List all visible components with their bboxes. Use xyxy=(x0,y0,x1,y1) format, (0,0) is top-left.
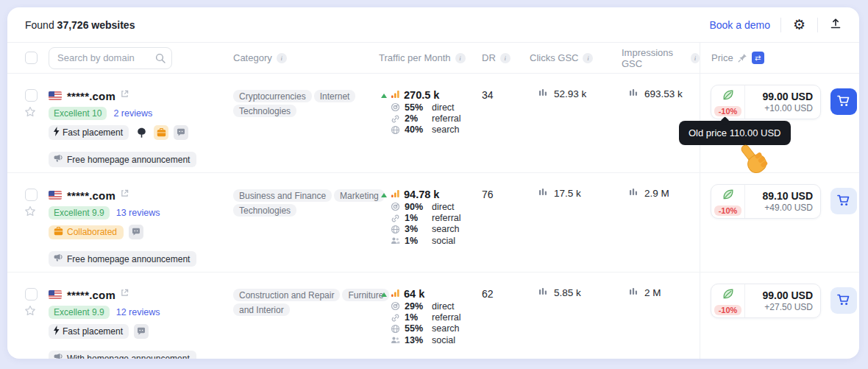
category-pill: Business and Finance xyxy=(233,189,332,202)
reviews-link[interactable]: 13 reviews xyxy=(116,208,160,218)
discount-badge[interactable]: -10% xyxy=(714,106,742,116)
announcement-badge: Free homepage announcement xyxy=(49,152,196,167)
announcement-label: With homepage announcement xyxy=(67,354,190,359)
favorite-star-icon[interactable] xyxy=(24,106,36,121)
table-header-row: Category i Traffic per Month i DR i Clic… xyxy=(7,43,859,74)
column-impressions-label: Impressions GSC xyxy=(622,47,686,69)
category-pills: CryptocurrenciesInternet Technologies xyxy=(233,88,384,118)
gear-icon: ⚙ xyxy=(793,18,805,32)
info-icon[interactable]: i xyxy=(691,53,700,63)
add-to-cart-button[interactable] xyxy=(830,287,857,314)
results-count-value: 37,726 websites xyxy=(57,19,135,31)
traffic-pct: 1% xyxy=(405,236,432,246)
traffic-pct: 55% xyxy=(405,323,432,334)
export-button[interactable] xyxy=(828,16,843,33)
search-icon xyxy=(155,53,166,63)
traffic-pct: 29% xyxy=(405,301,432,312)
bar-chart-icon xyxy=(629,88,638,99)
chat-icon[interactable] xyxy=(129,225,143,239)
info-icon[interactable]: i xyxy=(500,53,511,63)
column-category: Category i xyxy=(233,52,379,63)
favorite-star-icon[interactable] xyxy=(24,305,36,320)
info-icon[interactable]: i xyxy=(583,53,593,63)
chat-icon[interactable] xyxy=(134,324,149,339)
discount-badge[interactable]: -10% xyxy=(714,205,742,216)
category-pill: Cryptocurrencies xyxy=(233,90,312,102)
clicks-value: 5.85 k xyxy=(554,287,581,298)
social-icon xyxy=(391,236,400,245)
results-count-prefix: Found xyxy=(25,19,54,31)
settings-button[interactable]: ⚙ xyxy=(791,16,807,33)
column-traffic: Traffic per Month i xyxy=(379,52,474,63)
impressions-value: 2 M xyxy=(644,287,661,298)
info-icon[interactable]: i xyxy=(455,53,466,63)
referral-icon xyxy=(391,214,400,223)
page-background: Found 37,726 websites Book a demo ⚙ Cate… xyxy=(0,0,868,369)
upload-icon xyxy=(830,18,842,32)
search-input[interactable] xyxy=(49,47,172,69)
traffic-label: direct xyxy=(432,102,455,113)
pin-icon[interactable] xyxy=(738,53,747,63)
column-traffic-label: Traffic per Month xyxy=(379,52,451,63)
traffic-breakdown-line: 29% direct xyxy=(379,301,474,312)
results-count: Found 37,726 websites xyxy=(25,19,135,31)
marketplace-panel: Found 37,726 websites Book a demo ⚙ Cate… xyxy=(7,7,859,359)
traffic-label: social xyxy=(432,236,455,246)
domain-link[interactable]: *****.com xyxy=(67,189,115,202)
collaborated-badge: Collaborated xyxy=(49,225,124,239)
impressions-value: 2.9 M xyxy=(644,188,669,199)
row-checkbox[interactable] xyxy=(25,89,38,102)
select-all-checkbox[interactable] xyxy=(25,52,38,64)
referral-icon xyxy=(391,313,400,323)
rating-badge: Excellent 9.9 xyxy=(49,306,110,319)
price-extra: +27.50 USD xyxy=(764,302,813,312)
clicks-value: 17.5 k xyxy=(554,188,581,199)
bar-chart-icon xyxy=(538,88,547,99)
reviews-link[interactable]: 2 reviews xyxy=(113,108,152,119)
external-link-icon[interactable] xyxy=(121,187,129,200)
cart-icon xyxy=(837,294,850,308)
clicks-metric: 52.93 k xyxy=(530,88,622,99)
traffic-pct: 2% xyxy=(405,113,432,124)
traffic-total: 64 k xyxy=(404,288,424,300)
book-demo-link[interactable]: Book a demo xyxy=(709,19,770,31)
add-to-cart-button[interactable] xyxy=(830,188,857,214)
domain-link[interactable]: *****.com xyxy=(67,289,115,301)
column-price: Price ⇄ xyxy=(700,43,859,73)
price-filter-icon[interactable]: ⇄ xyxy=(752,52,764,64)
price-extra: +10.00 USD xyxy=(764,103,813,113)
search-globe-icon xyxy=(391,125,400,135)
column-price-label: Price xyxy=(711,52,733,63)
megaphone-icon xyxy=(54,253,63,264)
traffic-label: search xyxy=(432,124,460,135)
discount-badge[interactable]: -10% xyxy=(714,305,742,315)
row-checkbox[interactable] xyxy=(25,288,38,301)
add-to-cart-button[interactable] xyxy=(830,88,857,115)
trend-up-icon xyxy=(381,292,387,297)
fast-placement-label: Fast placement xyxy=(63,127,123,138)
domain-link[interactable]: *****.com xyxy=(67,90,115,102)
category-pill: Construction and Repair xyxy=(233,289,340,301)
traffic-breakdown-line: 2% referral xyxy=(379,113,474,124)
info-icon[interactable]: i xyxy=(277,53,287,63)
clicks-value: 52.93 k xyxy=(554,88,586,99)
price-card: -10% 99.00 USD +27.50 USD xyxy=(711,284,821,318)
column-clicks-label: Clicks GSC xyxy=(530,52,578,63)
external-link-icon[interactable] xyxy=(121,287,129,300)
social-icon xyxy=(391,335,400,345)
chat-icon[interactable] xyxy=(174,125,188,140)
table-row: *****.com Excellent 9.9 13 reviews Colla… xyxy=(7,173,859,273)
announcement-label: Free homepage announcement xyxy=(67,254,190,264)
traffic-cell: 64 k 29% direct 1% referral 55% search 1… xyxy=(379,273,474,359)
traffic-pct: 1% xyxy=(405,213,432,223)
favorite-star-icon[interactable] xyxy=(24,205,36,220)
price-value: 99.00 USD xyxy=(763,289,813,301)
external-link-icon[interactable] xyxy=(121,88,129,101)
traffic-breakdown-line: 13% social xyxy=(379,334,474,345)
divider xyxy=(780,18,781,32)
traffic-total: 94.78 k xyxy=(404,189,439,200)
collaborated-label: Collaborated xyxy=(67,227,117,237)
reviews-link[interactable]: 12 reviews xyxy=(116,307,160,317)
row-checkbox[interactable] xyxy=(25,189,38,201)
lightning-icon xyxy=(53,326,60,337)
